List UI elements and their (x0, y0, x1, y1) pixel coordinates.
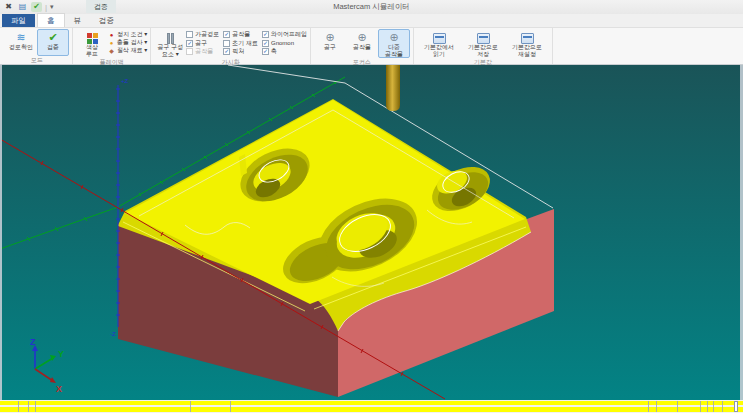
simulator-viewport[interactable]: +Z -Z Z Y X (0, 65, 743, 400)
qat-separator: | (45, 3, 47, 12)
focus-multi-workpiece-button[interactable]: ⊕다중 공작물 (378, 29, 410, 58)
tab-view[interactable]: 뷰 (65, 14, 91, 27)
contextual-tab-group-label: 검증 (86, 0, 116, 13)
timeline-track-top[interactable] (0, 401, 743, 405)
color-loop-icon (87, 33, 98, 44)
color-loop-button[interactable]: 색상 루프 (76, 29, 108, 58)
timeline-tick (230, 401, 231, 412)
visibility-checkbox-가공경로[interactable]: 가공경로 (186, 31, 219, 38)
gnomon-z-label: Z (30, 337, 36, 347)
timeline-tick (648, 401, 649, 412)
save-defaults-icon (477, 33, 490, 44)
gnomon-y-label: Y (58, 349, 64, 359)
group-mode: ≋경로확인✔검증 모드 (2, 28, 73, 64)
tool-components-icon (167, 33, 174, 44)
focus-workpiece-button[interactable]: ⊕공작물 (346, 29, 378, 58)
timeline-tick (35, 401, 36, 412)
ribbon-tab-bar: 파일홈뷰검증 (0, 14, 743, 28)
save-defaults-button[interactable]: 기본값으로 저장 (461, 29, 505, 58)
focus-multi-workpiece-icon: ⊕ (389, 31, 398, 44)
verify-check-icon[interactable]: ✔ (31, 2, 42, 12)
quick-access-toolbar: ✖▤✔|▾ (3, 1, 54, 13)
read-defaults-icon (433, 33, 446, 44)
checkbox-icon (186, 48, 193, 55)
timeline-tick (677, 401, 678, 412)
playback-item-icon: ● (108, 40, 115, 46)
read-defaults-button[interactable]: 기본값에서 읽기 (417, 29, 461, 58)
visibility-checkbox-grid: 가공경로✓공구공작물✓공작물초기 재료✓픽처✓와이어프레임✓Gnomon✓축 (186, 29, 307, 58)
group-visibility: 공구 구성 요소 ▾ 가공경로✓공구공작물✓공작물초기 재료✓픽처✓와이어프레임… (151, 28, 311, 64)
timeline-tick (707, 401, 708, 412)
group-playback: 색상 루프 ●정지 조건 ▾●충돌 검사 ▾◆절삭 재료 ▾ 플레이백 (73, 28, 151, 64)
group-mode-title: 모드 (5, 56, 69, 64)
tab-verify[interactable]: 검증 (90, 14, 123, 27)
timeline-tick (656, 401, 657, 412)
timeline-tick (18, 401, 19, 412)
cutting-tool (386, 65, 400, 111)
checkbox-icon: ✓ (262, 48, 269, 55)
z-axis-negative-label: -Z (110, 331, 116, 337)
focus-tool-button[interactable]: ⊕공구 (314, 29, 346, 58)
checkbox-icon (186, 31, 193, 38)
gnomon-x-label: X (56, 384, 62, 394)
playback-item[interactable]: ◆절삭 재료 ▾ (108, 47, 147, 54)
checkbox-icon: ✓ (262, 40, 269, 47)
backplot-icon[interactable]: ▤ (17, 2, 28, 12)
ribbon: ≋경로확인✔검증 모드 색상 루프 ●정지 조건 ▾●충돌 검사 ▾◆절삭 재료… (0, 28, 743, 65)
visibility-checkbox-공구[interactable]: ✓공구 (186, 40, 219, 47)
checkbox-icon: ✓ (223, 48, 230, 55)
playback-item-icon: ● (108, 32, 115, 38)
playback-timeline[interactable] (0, 400, 743, 413)
tab-home[interactable]: 홈 (37, 13, 65, 27)
mode-verify-button[interactable]: ✔검증 (37, 29, 69, 56)
timeline-tick (713, 401, 714, 412)
checkbox-icon: ✓ (223, 31, 230, 38)
checkbox-icon: ✓ (186, 40, 193, 47)
reset-defaults-button[interactable]: 기본값으로 재설정 (505, 29, 549, 58)
playback-item[interactable]: ●충돌 검사 ▾ (108, 39, 147, 46)
timeline-track-bottom[interactable] (0, 407, 743, 412)
checkbox-icon (223, 40, 230, 47)
z-axis-positive-label: +Z (121, 78, 129, 84)
visibility-checkbox-공작물[interactable]: 공작물 (186, 48, 219, 55)
timeline-marker[interactable] (734, 401, 738, 412)
group-focus: ⊕공구⊕공작물⊕다중 공작물 포커스 (311, 28, 414, 64)
playback-item[interactable]: ●정지 조건 ▾ (108, 31, 147, 38)
title-bar: ✖▤✔|▾ 검증 Mastercam 시뮬레이터 (0, 0, 743, 15)
mode-verify-icon: ✔ (48, 31, 57, 44)
timeline-tick (190, 401, 191, 412)
qat-dropdown-caret[interactable]: ▾ (50, 3, 54, 11)
playback-item-icon: ◆ (108, 47, 115, 54)
visibility-checkbox-초기 재료[interactable]: 초기 재료 (223, 40, 258, 47)
reset-defaults-icon (521, 33, 534, 44)
mode-backplot-button[interactable]: ≋경로확인 (5, 29, 37, 56)
visibility-checkbox-픽처[interactable]: ✓픽처 (223, 48, 258, 55)
tab-file[interactable]: 파일 (2, 14, 35, 27)
focus-workpiece-icon: ⊕ (357, 31, 366, 44)
mastercam-logo-icon[interactable]: ✖ (3, 2, 14, 12)
timeline-tick (28, 401, 29, 412)
timeline-tick (722, 401, 723, 412)
group-defaults: 기본값에서 읽기기본값으로 저장기본값으로 재설정 기본값 (414, 28, 553, 64)
visibility-checkbox-축[interactable]: ✓축 (262, 48, 307, 55)
viewport-left-border (0, 65, 2, 400)
visibility-checkbox-공작물[interactable]: ✓공작물 (223, 31, 258, 38)
tool-components-button[interactable]: 공구 구성 요소 ▾ (154, 29, 186, 58)
mastercam-simulator-window: { "window": { "title": "Mastercam 시뮬레이터"… (0, 0, 743, 413)
timeline-tick (700, 401, 701, 412)
focus-tool-icon: ⊕ (325, 31, 334, 44)
mode-backplot-icon: ≋ (16, 31, 25, 44)
visibility-checkbox-Gnomon[interactable]: ✓Gnomon (262, 40, 307, 47)
checkbox-icon: ✓ (262, 31, 269, 38)
visibility-checkbox-와이어프레임[interactable]: ✓와이어프레임 (262, 31, 307, 38)
